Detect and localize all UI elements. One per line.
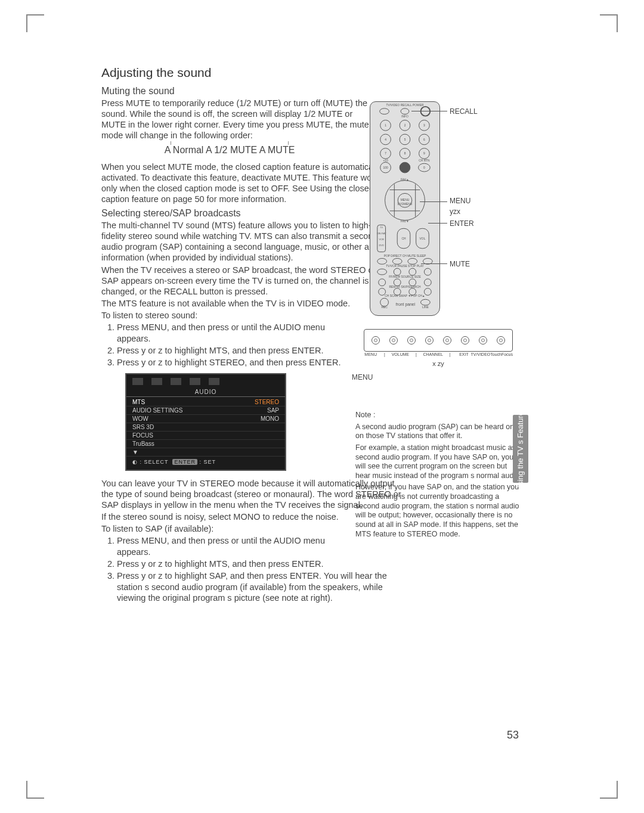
note-p3: However, if you have SAP on, and the sta… xyxy=(355,483,522,539)
sap-step: Press y or z to highlight SAP, and then … xyxy=(117,570,391,604)
svg-text:+10: +10 xyxy=(383,159,388,162)
svg-text:TV/VIDEO  RECALL  POWER: TV/VIDEO RECALL POWER xyxy=(386,104,424,107)
svg-point-28 xyxy=(379,279,386,286)
svg-text:3: 3 xyxy=(423,124,425,127)
note-p2: For example, a station might broadcast m… xyxy=(355,443,522,481)
svg-point-27 xyxy=(424,268,431,275)
svg-point-36 xyxy=(380,298,389,306)
svg-text:100: 100 xyxy=(383,166,388,169)
svg-text:DVD: DVD xyxy=(379,244,384,247)
svg-text:VOL: VOL xyxy=(420,237,426,240)
label-mute: MUTE xyxy=(450,260,470,268)
section-heading-muting: Muting the sound xyxy=(101,86,519,97)
svg-text:6: 6 xyxy=(423,138,425,141)
label-menu: MENU xyxy=(450,197,470,205)
svg-point-21 xyxy=(392,258,402,264)
svg-text:5: 5 xyxy=(404,138,406,141)
front-panel-arrows: x zy xyxy=(364,360,513,367)
svg-text:LINE: LINE xyxy=(422,306,429,309)
page-title: Adjusting the sound xyxy=(101,66,519,80)
note-p1: A second audio program (SAP) can be hear… xyxy=(355,423,522,441)
svg-text:TV: TV xyxy=(380,226,383,229)
note-head: Note : xyxy=(355,411,522,420)
svg-point-13 xyxy=(400,162,410,173)
stereo-paragraph-2: When the TV receives a stereo or SAP bro… xyxy=(101,265,394,297)
svg-text:FAV▲: FAV▲ xyxy=(401,178,409,181)
svg-point-31 xyxy=(424,279,431,286)
remote-illustration: TV/VIDEO RECALL POWER INFO 123 456 789 1… xyxy=(364,101,519,316)
remote-body: TV/VIDEO RECALL POWER INFO 123 456 789 1… xyxy=(370,101,440,316)
svg-text:7: 7 xyxy=(385,152,386,155)
front-panel-illustration: MENU | VOLUME | CHANNEL | EXIT TV/VIDEO … xyxy=(364,329,513,381)
svg-text:FAV▼: FAV▼ xyxy=(401,221,409,224)
svg-point-1 xyxy=(401,108,409,114)
sap-steps: Press MENU, and then press or until the … xyxy=(117,535,519,604)
svg-point-25 xyxy=(394,268,401,275)
muting-paragraph-2: When you select MUTE mode, the closed ca… xyxy=(101,162,400,205)
svg-text:DVDMENU: DVDMENU xyxy=(398,203,413,206)
svg-point-24 xyxy=(377,269,387,275)
stereo-paragraph-1: The multi-channel TV sound (MTS) feature… xyxy=(101,220,394,263)
svg-text:POP DIRECT CH  MUTE  SLEEP: POP DIRECT CH MUTE SLEEP xyxy=(384,255,426,257)
osd-title: AUDIO xyxy=(126,389,285,397)
front-panel-menu-label: MENU xyxy=(352,373,513,381)
onscreen-menu: AUDIO MTSSTEREO AUDIO SETTINGSSAP WOWMON… xyxy=(125,373,286,471)
svg-text:0: 0 xyxy=(423,166,425,169)
svg-point-35 xyxy=(424,288,431,296)
note-block: Note : A second audio program (SAP) can … xyxy=(355,408,522,541)
side-tab-label: Using the TV s Features xyxy=(516,407,525,491)
svg-text:CH SCAN  SWAP   ▼POP CH▲: CH SCAN SWAP ▼POP CH▲ xyxy=(385,294,425,297)
svg-text:FF/REW  SOURCE  SIZE: FF/REW SOURCE SIZE xyxy=(389,275,421,278)
svg-point-20 xyxy=(377,258,387,264)
svg-text:front panel: front panel xyxy=(396,302,416,307)
label-arrows: yzx xyxy=(450,207,460,216)
svg-text:9: 9 xyxy=(423,152,425,155)
svg-text:CH RTN: CH RTN xyxy=(419,159,430,162)
svg-text:CH: CH xyxy=(401,237,406,240)
svg-text:TV/VCR  PAUSE  STOP  PLAY: TV/VCR PAUSE STOP PLAY xyxy=(386,265,424,268)
sap-step: Press y or z to highlight MTS, and then … xyxy=(117,558,519,570)
svg-point-0 xyxy=(380,108,389,114)
svg-text:4: 4 xyxy=(385,138,386,141)
svg-text:REC: REC xyxy=(381,306,388,309)
mute-flow: A Normal A 1/2 MUTE A MUTE xyxy=(165,145,295,155)
remote-svg: TV/VIDEO RECALL POWER INFO 123 456 789 1… xyxy=(370,102,439,313)
sap-step: Press MENU, and then press or until the … xyxy=(117,535,355,558)
after-osd-2: If the stereo sound is noisy, select MON… xyxy=(101,511,394,522)
stereo-step: Press MENU, and then press or until the … xyxy=(117,322,355,345)
svg-text:CBL/SAT: CBL/SAT xyxy=(377,232,387,235)
muting-paragraph-1: Press MUTE to temporarily reduce (1/2 MU… xyxy=(101,98,373,141)
stereo-paragraph-3: The MTS feature is not available when th… xyxy=(101,298,376,309)
side-tab: Using the TV s Features xyxy=(513,415,528,483)
svg-point-26 xyxy=(409,268,416,275)
svg-text:VCR: VCR xyxy=(379,238,384,241)
svg-text:2: 2 xyxy=(404,124,406,127)
svg-text:INFO: INFO xyxy=(401,115,408,118)
svg-text:REW    FF    SKIP/SEARCH: REW FF SKIP/SEARCH xyxy=(389,286,421,288)
svg-text:1: 1 xyxy=(385,124,386,127)
svg-text:MENU: MENU xyxy=(401,198,410,201)
svg-point-22 xyxy=(408,258,417,264)
svg-point-37 xyxy=(421,299,431,305)
page-number: 53 xyxy=(507,729,519,741)
label-enter: ENTER xyxy=(450,219,474,228)
label-recall: RECALL xyxy=(450,107,478,116)
svg-text:8: 8 xyxy=(404,152,406,155)
